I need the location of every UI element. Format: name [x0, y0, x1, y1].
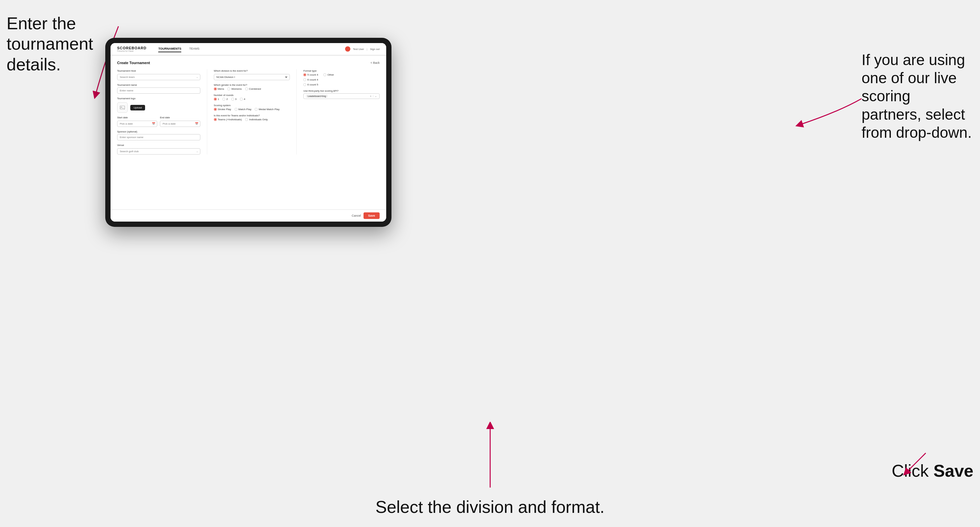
rounds-group: Number of rounds 1 2 — [214, 94, 290, 101]
end-date-label: End date — [160, 116, 200, 119]
format-6count5-radio[interactable] — [303, 83, 306, 86]
logo-upload-area: Upload — [117, 102, 200, 113]
api-tag-expand[interactable]: ⌄ — [375, 95, 377, 98]
format-other-radio[interactable] — [323, 73, 326, 76]
api-tag-input[interactable]: Leaderboard King × | ⌄ — [303, 94, 380, 99]
gender-group: Which gender is the event for? Mens Wome… — [214, 84, 290, 90]
rounds-2-radio[interactable] — [223, 98, 225, 101]
format-right: Other — [323, 73, 334, 76]
scoring-group: Scoring system Stroke Play Match Play — [214, 104, 290, 111]
scoring-stroke-radio[interactable] — [214, 108, 217, 111]
api-tag-text: Leaderboard King — [308, 95, 326, 97]
division-label: Which division is the event for? — [214, 69, 290, 72]
sponsor-label: Sponsor (optional) — [117, 130, 200, 133]
calendar-icon-end: 📅 — [195, 122, 198, 125]
form-grid: Tournament Host ⌄ Tournament name Tourna — [117, 69, 380, 154]
rounds-2[interactable]: 2 — [223, 98, 228, 101]
gender-combined[interactable]: Combined — [245, 87, 261, 90]
rounds-3-radio[interactable] — [231, 98, 234, 101]
logo-area: SCOREBOARD Powered by Clippit — [117, 46, 146, 52]
nav-link-tournaments[interactable]: TOURNAMENTS — [158, 46, 181, 52]
scoring-medal-match-radio[interactable] — [255, 108, 258, 111]
form-footer: Cancel Save — [111, 210, 386, 222]
page-title: Create Tournament — [117, 61, 150, 65]
scoring-stroke[interactable]: Stroke Play — [214, 108, 231, 111]
logo-sub: Powered by Clippit — [117, 50, 146, 52]
tablet-device: SCOREBOARD Powered by Clippit TOURNAMENT… — [105, 38, 391, 227]
start-date-group: Start date 📅 — [117, 116, 157, 127]
sign-out-link[interactable]: Sign out — [370, 48, 380, 51]
rounds-1[interactable]: 1 — [214, 98, 219, 101]
form-col-2: Which division is the event for? NCAA Di… — [207, 69, 290, 154]
format-other-label: Other — [327, 73, 334, 76]
tournament-host-group: Tournament Host ⌄ — [117, 69, 200, 80]
api-tag-remove[interactable]: × — [370, 95, 372, 98]
gender-combined-radio[interactable] — [245, 87, 248, 90]
format-other[interactable]: Other — [323, 73, 334, 76]
tournament-host-label: Tournament Host — [117, 69, 200, 72]
scoring-stroke-label: Stroke Play — [218, 108, 231, 111]
arrow-topright — [780, 92, 865, 132]
teams-radio[interactable] — [214, 118, 217, 121]
gender-radio-group: Mens Womens Combined — [214, 87, 290, 90]
individuals-radio[interactable] — [245, 118, 248, 121]
annotation-bottomright: Click Save — [891, 460, 974, 481]
tournament-logo-group: Tournament logo Upload — [117, 97, 200, 113]
tournament-host-input-wrap: ⌄ — [117, 73, 200, 80]
back-link[interactable]: < Back — [371, 61, 380, 64]
cancel-button[interactable]: Cancel — [352, 214, 361, 217]
scoring-match-radio[interactable] — [235, 108, 237, 111]
save-button[interactable]: Save — [364, 213, 380, 219]
gender-womens-radio[interactable] — [228, 87, 230, 90]
form-col-3: Format type 5 count 4 6 count — [296, 69, 380, 154]
tournament-host-input[interactable] — [117, 74, 200, 80]
user-name: Test User — [353, 48, 364, 51]
scoring-label: Scoring system — [214, 104, 290, 107]
rounds-2-label: 2 — [226, 98, 228, 101]
nav-link-teams[interactable]: TEAMS — [189, 46, 199, 52]
venue-input[interactable] — [117, 148, 200, 154]
scoring-radio-group: Stroke Play Match Play Medal Match Play — [214, 108, 290, 111]
format-6count4[interactable]: 6 count 4 — [303, 78, 318, 81]
teams-plus-individuals[interactable]: Teams (+Individuals) — [214, 118, 242, 121]
logo-text: SCOREBOARD — [117, 46, 146, 50]
format-6count4-label: 6 count 4 — [307, 78, 318, 81]
scoring-medal-match[interactable]: Medal Match Play — [255, 108, 280, 111]
format-label: Format type — [303, 69, 380, 72]
page-header: Create Tournament < Back — [117, 61, 380, 65]
tournament-name-input[interactable] — [117, 87, 200, 94]
rounds-3[interactable]: 3 — [231, 98, 237, 101]
gender-mens-radio[interactable] — [214, 87, 217, 90]
sponsor-input[interactable] — [117, 134, 200, 140]
form-col-1: Tournament Host ⌄ Tournament name Tourna — [117, 69, 200, 154]
format-5count4[interactable]: 5 count 4 — [303, 73, 318, 76]
format-options: 5 count 4 6 count 4 6 count 5 — [303, 73, 380, 86]
rounds-4-label: 4 — [244, 98, 245, 101]
upload-button[interactable]: Upload — [130, 105, 145, 111]
format-6count5[interactable]: 6 count 5 — [303, 83, 318, 86]
start-date-input[interactable] — [117, 121, 157, 127]
divider-icon: | — [373, 95, 373, 98]
start-date-wrap: 📅 — [117, 120, 157, 127]
venue-group: Venue ⌄ — [117, 144, 200, 154]
individuals-only[interactable]: Individuals Only — [245, 118, 267, 121]
rounds-1-radio[interactable] — [214, 98, 217, 101]
arrow-bottom — [480, 422, 500, 494]
format-left: 5 count 4 6 count 4 6 count 5 — [303, 73, 318, 86]
gender-womens-label: Womens — [231, 87, 242, 90]
rounds-1-label: 1 — [218, 98, 219, 101]
api-label: Use third-party live scoring API? — [303, 89, 380, 92]
format-6count4-radio[interactable] — [303, 78, 306, 81]
annotation-topright: If you are using one of our live scoring… — [862, 51, 974, 142]
rounds-4[interactable]: 4 — [240, 98, 245, 101]
end-date-input[interactable] — [160, 121, 200, 127]
gender-mens-label: Mens — [218, 87, 224, 90]
gender-womens[interactable]: Womens — [228, 87, 242, 90]
division-group: Which division is the event for? NCAA Di… — [214, 69, 290, 80]
scoring-match[interactable]: Match Play — [235, 108, 252, 111]
division-select[interactable]: NCAA Division I — [214, 74, 290, 80]
teams-radio-group: Teams (+Individuals) Individuals Only — [214, 118, 290, 121]
gender-mens[interactable]: Mens — [214, 87, 224, 90]
rounds-4-radio[interactable] — [240, 98, 243, 101]
format-5count4-radio[interactable] — [303, 73, 306, 76]
